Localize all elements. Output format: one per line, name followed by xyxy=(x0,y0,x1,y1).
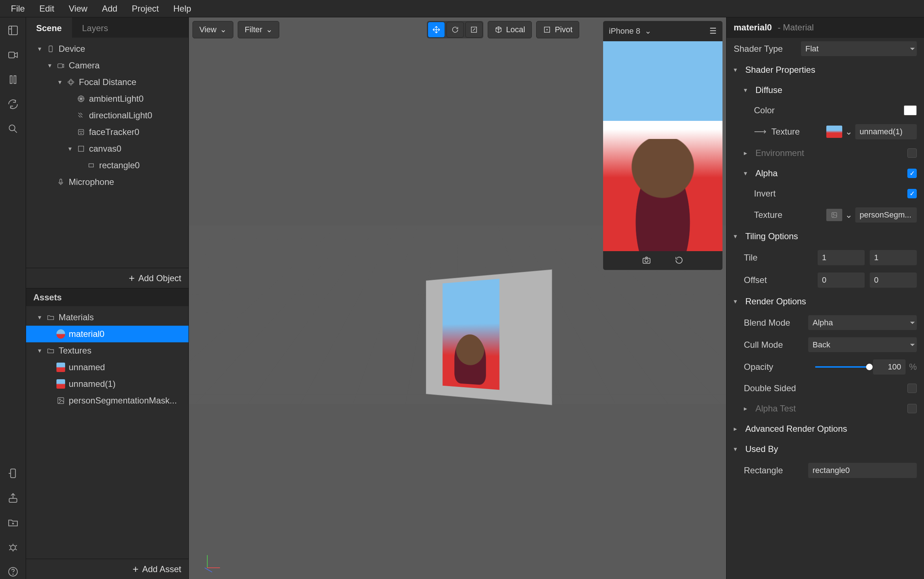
bug-icon[interactable] xyxy=(6,540,20,554)
section-render: Render Options xyxy=(745,296,917,306)
opacity-slider[interactable] xyxy=(815,366,869,368)
plus-icon: + xyxy=(133,563,139,575)
color-swatch[interactable] xyxy=(904,105,917,115)
environment-checkbox[interactable] xyxy=(908,148,917,158)
disclosure-arrow-icon[interactable]: ▾ xyxy=(36,45,43,53)
tree-row-focal-distance[interactable]: ▾Focal Distance xyxy=(26,74,188,90)
offset-x[interactable] xyxy=(818,273,865,288)
assets-header: Assets xyxy=(26,288,188,306)
refresh-icon[interactable] xyxy=(6,97,20,111)
alpha-test-checkbox[interactable] xyxy=(908,404,917,413)
tree-row-personsegmentationmask-[interactable]: personSegmentationMask... xyxy=(26,392,188,409)
add-object-button[interactable]: + Add Object xyxy=(26,268,188,288)
preview-menu-icon[interactable]: ☰ xyxy=(710,26,717,36)
inspector-panel: material0 - Material Shader Type Flat ▾ … xyxy=(726,17,924,579)
scene-tabs: Scene Layers xyxy=(26,17,188,38)
link-icon[interactable]: ⟶ xyxy=(754,127,766,137)
texture-name-field[interactable] xyxy=(855,124,917,139)
chevron-down-icon[interactable]: ⌄ xyxy=(645,26,651,36)
video-icon[interactable] xyxy=(6,48,20,62)
rotate-tool[interactable] xyxy=(446,22,464,38)
disclosure-arrow-icon[interactable]: ▾ xyxy=(67,145,73,153)
texture-thumb[interactable] xyxy=(826,126,842,138)
pivot-toggle[interactable]: Pivot xyxy=(536,21,579,38)
disclosure-arrow-icon[interactable]: ▸ xyxy=(734,425,740,433)
disclosure-arrow-icon[interactable]: ▾ xyxy=(734,232,740,240)
move-tool[interactable] xyxy=(428,22,445,38)
invert-checkbox[interactable] xyxy=(908,189,917,198)
selected-name: material0 xyxy=(734,23,772,33)
chevron-down-icon[interactable]: ⌄ xyxy=(845,210,852,220)
disclosure-arrow-icon[interactable]: ▾ xyxy=(744,86,750,94)
cull-mode-select[interactable]: Back xyxy=(808,337,917,352)
chevron-down-icon[interactable]: ⌄ xyxy=(845,127,852,137)
tree-row-device[interactable]: ▾Device xyxy=(26,41,188,57)
inspector-title: material0 - Material xyxy=(726,17,924,38)
reset-icon[interactable] xyxy=(674,255,684,266)
disclosure-arrow-icon[interactable]: ▾ xyxy=(734,445,740,453)
alpha-checkbox[interactable] xyxy=(908,168,917,178)
tab-layers[interactable]: Layers xyxy=(72,17,118,38)
menu-file[interactable]: File xyxy=(4,1,31,16)
tree-row-unnamed[interactable]: unnamed xyxy=(26,359,188,376)
local-toggle[interactable]: Local xyxy=(488,21,532,38)
device-name[interactable]: iPhone 8 xyxy=(609,26,640,36)
scale-tool[interactable] xyxy=(465,22,483,38)
add-folder-icon[interactable] xyxy=(6,515,20,530)
disclosure-arrow-icon[interactable]: ▾ xyxy=(744,169,750,177)
section-diffuse: Diffuse xyxy=(756,85,917,95)
capture-icon[interactable] xyxy=(642,255,651,266)
tab-scene[interactable]: Scene xyxy=(26,17,72,38)
tree-label: faceTracker0 xyxy=(89,127,184,137)
search-icon[interactable] xyxy=(6,122,20,136)
tree-row-facetracker0[interactable]: faceTracker0 xyxy=(26,124,188,141)
add-asset-button[interactable]: + Add Asset xyxy=(26,559,188,579)
tree-row-textures[interactable]: ▾Textures xyxy=(26,342,188,359)
disclosure-arrow-icon[interactable]: ▾ xyxy=(734,66,740,74)
menu-add[interactable]: Add xyxy=(96,1,124,16)
double-sided-checkbox[interactable] xyxy=(908,384,917,393)
blend-mode-select[interactable]: Alpha xyxy=(808,315,917,330)
tree-row-directionallight0[interactable]: directionalLight0 xyxy=(26,107,188,124)
double-sided-label: Double Sided xyxy=(744,383,902,393)
tile-x[interactable] xyxy=(818,250,865,265)
opacity-value[interactable] xyxy=(873,359,906,375)
selected-type: - Material xyxy=(777,23,814,33)
menu-view[interactable]: View xyxy=(62,1,94,16)
alpha-texture-thumb[interactable] xyxy=(826,209,842,221)
pause-icon[interactable] xyxy=(6,72,20,87)
tree-row-materials[interactable]: ▾Materials xyxy=(26,309,188,325)
tree-row-rectangle0[interactable]: rectangle0 xyxy=(26,157,188,174)
disclosure-arrow-icon[interactable]: ▾ xyxy=(56,78,63,86)
send-to-device-icon[interactable] xyxy=(6,466,20,481)
layout-icon[interactable] xyxy=(6,23,20,38)
tree-row-camera[interactable]: ▾Camera xyxy=(26,57,188,74)
svg-point-22 xyxy=(59,399,60,400)
tree-row-microphone[interactable]: Microphone xyxy=(26,174,188,190)
tex-icon xyxy=(56,379,65,388)
export-icon[interactable] xyxy=(6,491,20,505)
filter-dropdown[interactable]: Filter ⌄ xyxy=(238,21,279,38)
alpha-texture-field[interactable] xyxy=(855,207,917,222)
disclosure-arrow-icon[interactable]: ▸ xyxy=(744,405,750,412)
disclosure-arrow-icon[interactable]: ▾ xyxy=(46,62,53,69)
shader-type-select[interactable]: Flat xyxy=(801,41,917,56)
tree-label: Device xyxy=(59,44,184,54)
disclosure-arrow-icon[interactable]: ▸ xyxy=(744,149,750,157)
tree-row-unnamed-1-[interactable]: unnamed(1) xyxy=(26,376,188,392)
menu-project[interactable]: Project xyxy=(125,1,165,16)
tile-y[interactable] xyxy=(870,250,917,265)
tree-row-ambientlight0[interactable]: ambientLight0 xyxy=(26,90,188,107)
help-icon[interactable] xyxy=(6,564,20,579)
menu-edit[interactable]: Edit xyxy=(33,1,61,16)
tree-row-material0[interactable]: material0 xyxy=(26,325,188,342)
ambient-icon xyxy=(77,95,85,103)
offset-y[interactable] xyxy=(870,273,917,288)
disclosure-arrow-icon[interactable]: ▾ xyxy=(36,313,43,321)
tree-row-canvas0[interactable]: ▾canvas0 xyxy=(26,141,188,157)
view-dropdown[interactable]: View ⌄ xyxy=(193,21,233,38)
chevron-down-icon: ⌄ xyxy=(220,25,227,34)
disclosure-arrow-icon[interactable]: ▾ xyxy=(36,347,43,355)
menu-help[interactable]: Help xyxy=(167,1,198,16)
disclosure-arrow-icon[interactable]: ▾ xyxy=(734,298,740,306)
